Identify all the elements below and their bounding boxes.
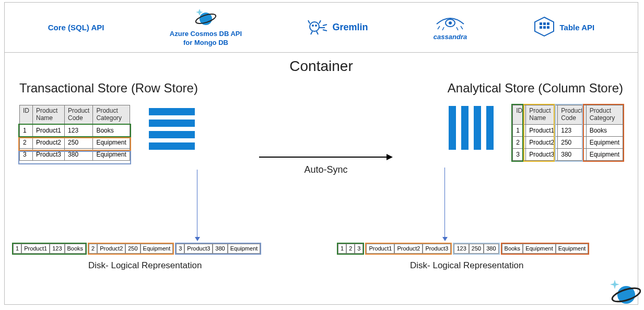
disk-cell: Books	[502, 244, 523, 254]
cell: Equipment	[93, 148, 130, 160]
auto-sync-arrow: Auto-Sync	[255, 152, 396, 175]
cell: Product1	[526, 124, 558, 136]
cell: 250	[65, 136, 93, 148]
svg-point-3	[310, 22, 319, 31]
disk-cell: Equipment	[556, 244, 589, 254]
table-row: 3 Product3 380 Equipment	[20, 148, 130, 160]
api-core-sql-label: Core (SQL) API	[48, 23, 104, 32]
th-cat: Product Category	[586, 105, 623, 125]
api-gremlin-label: Gremlin	[332, 22, 368, 33]
th-code: Product Code	[65, 105, 93, 125]
cell: 123	[65, 124, 93, 136]
disk-group: 123 250 380	[453, 243, 499, 255]
api-table: Table API	[533, 16, 595, 39]
disk-cell: 2	[89, 244, 97, 254]
disk-cell: 380	[484, 244, 498, 254]
left-disk-row: 1 Product1 123 Books 2 Product2 250 Equi…	[12, 243, 262, 255]
cell: 1	[20, 124, 33, 136]
cosmos-planet-corner-icon	[607, 278, 641, 308]
cell: Equipment	[93, 136, 130, 148]
svg-point-5	[315, 25, 317, 27]
disk-cell: Books	[65, 244, 86, 254]
table-row: 2 Product2 250 Equipment	[513, 136, 623, 148]
disk-cell: 250	[469, 244, 484, 254]
left-connector-arrow	[197, 170, 197, 241]
cell: Product2	[526, 136, 558, 148]
api-gremlin: Gremlin	[307, 17, 368, 38]
transactional-table-wrap: ID Product Name Product Code Product Cat…	[19, 105, 130, 161]
th-id: ID	[20, 105, 33, 125]
analytical-title: Analytical Store (Column Store)	[321, 81, 623, 96]
cell: 1	[513, 124, 526, 136]
disk-cell: Product1	[21, 244, 50, 254]
disk-cell: 380	[213, 244, 227, 254]
disk-cell: Product3	[184, 244, 213, 254]
disk-cell: Equipment	[140, 244, 173, 254]
api-cassandra: cassandra	[434, 15, 467, 41]
th-cat: Product Category	[93, 105, 130, 125]
table-row: 2 Product2 250 Equipment	[20, 136, 130, 148]
table-hex-icon	[533, 16, 556, 39]
api-cassandra-label: cassandra	[434, 33, 467, 41]
svg-point-7	[449, 21, 452, 25]
disk-group: 1 Product1 123 Books	[12, 243, 87, 255]
disk-group: Product1 Product2 Product3	[365, 243, 452, 255]
disk-cell: 3	[355, 244, 363, 254]
cell: 3	[20, 148, 33, 160]
analytical-table: ID Product Name Product Code Product Cat…	[512, 105, 623, 161]
svg-point-4	[312, 25, 314, 27]
svg-rect-9	[540, 22, 542, 25]
disk-cell: 250	[125, 244, 140, 254]
disk-cell: Equipment	[523, 244, 556, 254]
gremlin-icon	[307, 17, 328, 38]
table-row: 3 Product3 380 Equipment	[513, 148, 623, 160]
svg-rect-10	[543, 22, 546, 25]
table-row: 1 Product1 123 Books	[20, 124, 130, 136]
svg-rect-12	[540, 26, 542, 29]
disk-cell: 1	[13, 244, 21, 254]
cell: Books	[93, 124, 130, 136]
disk-cell: Product2	[97, 244, 125, 254]
cell: Equipment	[586, 148, 623, 160]
cell: 380	[65, 148, 93, 160]
transactional-table: ID Product Name Product Code Product Cat…	[19, 105, 130, 161]
th-code: Product Code	[558, 105, 586, 125]
disk-cell: 123	[454, 244, 469, 254]
cell: 123	[558, 124, 586, 136]
th-id: ID	[513, 105, 526, 125]
column-store-icon	[449, 106, 494, 150]
cell: 250	[558, 136, 586, 148]
diagram-frame: Core (SQL) API Azure Cosmos DB API for M…	[4, 2, 638, 305]
disk-cell: 3	[176, 244, 184, 254]
cell: 380	[558, 148, 586, 160]
transactional-title: Transactional Store (Row Store)	[19, 81, 321, 96]
disk-cell: Product2	[394, 244, 423, 254]
cell: Product3	[526, 148, 558, 160]
api-cosmos-label2: for Mongo DB	[183, 39, 228, 46]
transactional-store: Transactional Store (Row Store) ID Produ…	[19, 81, 321, 161]
cell: Product1	[33, 124, 65, 136]
cell: Equipment	[586, 136, 623, 148]
api-cosmos-mongo: Azure Cosmos DB API for Mongo DB	[170, 8, 242, 46]
cell: Product3	[33, 148, 65, 160]
right-disk-label: Disk- Logical Representation	[410, 260, 523, 271]
disk-cell: Product3	[423, 244, 451, 254]
svg-marker-16	[387, 154, 393, 160]
svg-rect-11	[547, 22, 549, 25]
disk-cell: 123	[50, 244, 64, 254]
row-store-icon	[149, 108, 195, 150]
cassandra-eye-icon	[435, 15, 466, 32]
cell: Books	[586, 124, 623, 136]
auto-sync-label: Auto-Sync	[255, 164, 396, 175]
disk-group: Books Equipment Equipment	[501, 243, 590, 255]
cosmos-planet-icon	[194, 8, 217, 29]
disk-cell: Equipment	[228, 244, 261, 254]
disk-group: 2 Product2 250 Equipment	[88, 243, 174, 255]
th-name: Product Name	[33, 105, 65, 125]
right-disk-row: 1 2 3 Product1 Product2 Product3 123 250…	[337, 243, 590, 255]
svg-rect-13	[543, 26, 546, 29]
api-cosmos-label1: Azure Cosmos DB API	[170, 30, 242, 38]
disk-cell: 1	[338, 244, 346, 254]
cell: 3	[513, 148, 526, 160]
container-title: Container	[5, 53, 638, 81]
